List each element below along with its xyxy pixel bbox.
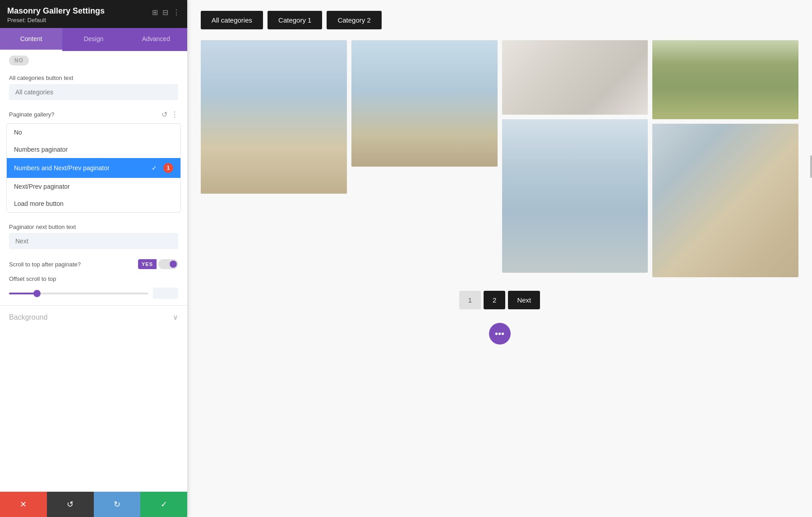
paginate-row: Paginate gallery? ↺ ⋮ (0, 107, 187, 121)
toggle-no[interactable]: NO (9, 56, 29, 65)
offset-label: Offset scroll to top (0, 273, 187, 286)
tab-content[interactable]: Content (0, 28, 62, 51)
dots-button[interactable]: ••• (489, 323, 511, 345)
gallery-image-6[interactable] (652, 124, 798, 277)
background-chevron-icon: ∨ (173, 313, 178, 321)
grid-col-3 (502, 40, 648, 277)
panel-toolbar: ✕ ↺ ↻ ✓ (0, 492, 187, 517)
layout-icon[interactable]: ⊟ (162, 8, 168, 17)
settings-panel: Masonry Gallery Settings Preset: Default… (0, 0, 187, 517)
slider-row: 100 (0, 286, 187, 305)
dropdown-option-numbers[interactable]: Numbers paginator (7, 141, 180, 158)
toggle-row: NO (0, 51, 187, 70)
all-categories-label: All categories button text (0, 70, 187, 84)
scrollbar[interactable] (810, 155, 812, 178)
panel-body: NO All categories button text Paginate g… (0, 51, 187, 492)
dropdown-option-numbers-next[interactable]: Numbers and Next/Prev paginator ✓ 1 (7, 158, 180, 178)
page-2-button[interactable]: 2 (484, 291, 505, 309)
tab-design[interactable]: Design (62, 28, 125, 51)
more-icon[interactable]: ⋮ (173, 8, 180, 17)
slider-track[interactable] (9, 293, 148, 294)
window-icon[interactable]: ⊞ (152, 8, 158, 17)
gallery-image-1[interactable] (201, 40, 347, 194)
redo-button[interactable]: ↻ (94, 492, 141, 517)
scroll-top-label: Scroll to top after paginate? (9, 261, 134, 268)
gallery-preview: All categories Category 1 Category 2 (187, 0, 812, 517)
toggle-yes-label: YES (138, 259, 157, 269)
gallery-image-4[interactable] (502, 119, 648, 273)
cat-btn-all[interactable]: All categories (201, 11, 263, 29)
paginator-next-label: Paginator next button text (0, 219, 187, 233)
cat-btn-1[interactable]: Category 1 (268, 11, 322, 29)
tab-advanced[interactable]: Advanced (125, 28, 187, 51)
gallery-image-2[interactable] (351, 40, 498, 167)
panel-preset: Preset: Default (7, 17, 105, 23)
selected-checkmark: ✓ (152, 164, 157, 172)
dots-container: ••• (201, 316, 798, 345)
dropdown-option-load-more[interactable]: Load more button (7, 195, 180, 212)
grid-col-1 (201, 40, 347, 277)
paginate-dropdown: No Numbers paginator Numbers and Next/Pr… (6, 123, 181, 213)
preset-label: Preset: (7, 17, 26, 23)
all-categories-input[interactable] (9, 84, 178, 100)
gallery-image-3[interactable] (502, 40, 648, 115)
pagination-bar: 1 2 Next (201, 291, 798, 309)
paginator-next-input[interactable] (9, 233, 178, 249)
scroll-top-row: Scroll to top after paginate? YES (0, 256, 187, 273)
background-label: Background (9, 313, 47, 321)
scroll-toggle-switch[interactable] (158, 259, 178, 269)
panel-title: Masonry Gallery Settings (7, 6, 105, 16)
slider-fill (9, 293, 37, 294)
cancel-button[interactable]: ✕ (0, 492, 47, 517)
scroll-toggle-wrapper[interactable]: YES (138, 259, 178, 269)
category-bar: All categories Category 1 Category 2 (201, 11, 798, 29)
dropdown-option-next-prev[interactable]: Next/Prev paginator (7, 178, 180, 195)
save-button[interactable]: ✓ (140, 492, 187, 517)
slider-thumb[interactable] (33, 290, 41, 297)
grid-col-4 (652, 40, 798, 277)
cat-btn-2[interactable]: Category 2 (327, 11, 381, 29)
toggle-thumb (170, 261, 177, 268)
masonry-grid (201, 40, 798, 277)
page-1-button[interactable]: 1 (459, 291, 481, 309)
preset-value[interactable]: Default (28, 17, 46, 23)
next-button[interactable]: Next (508, 291, 540, 309)
slider-value-input[interactable]: 100 (153, 288, 178, 299)
grid-col-2 (351, 40, 498, 277)
header-icons: ⊞ ⊟ ⋮ (152, 8, 180, 17)
badge-number: 1 (163, 163, 173, 173)
dropdown-option-no[interactable]: No (7, 124, 180, 141)
panel-header: Masonry Gallery Settings Preset: Default… (0, 0, 187, 28)
undo-button[interactable]: ↺ (47, 492, 94, 517)
more-options-icon[interactable]: ⋮ (171, 110, 178, 119)
reset-icon[interactable]: ↺ (161, 110, 167, 119)
gallery-image-5[interactable] (652, 40, 798, 119)
paginate-label: Paginate gallery? (9, 111, 158, 118)
panel-tabs: Content Design Advanced (0, 28, 187, 51)
background-section[interactable]: Background ∨ (0, 305, 187, 329)
